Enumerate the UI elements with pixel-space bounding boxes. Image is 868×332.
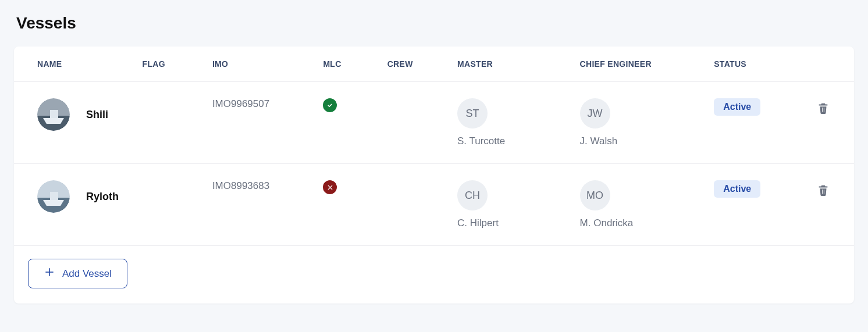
svg-rect-9 bbox=[50, 192, 58, 200]
chief-engineer-avatar: JW bbox=[580, 98, 610, 128]
column-header-name: NAME bbox=[14, 47, 131, 82]
trash-icon bbox=[817, 184, 830, 197]
master-name: C. Hilpert bbox=[457, 217, 557, 229]
table-footer: Add Vessel bbox=[14, 246, 854, 304]
column-header-master: MASTER bbox=[446, 47, 568, 82]
add-vessel-button[interactable]: Add Vessel bbox=[28, 259, 127, 288]
vessels-table: NAME FLAG IMO MLC CREW MASTER CHIEF ENGI… bbox=[14, 47, 854, 246]
trash-icon bbox=[817, 102, 830, 115]
crew-cell bbox=[376, 164, 446, 246]
x-circle-icon bbox=[323, 180, 337, 194]
vessel-name: Shili bbox=[86, 109, 108, 121]
column-header-flag: FLAG bbox=[131, 47, 201, 82]
flag-cell bbox=[131, 164, 201, 246]
table-row[interactable]: RylothIMO8993683CHC. HilpertMOM. Ondrick… bbox=[14, 164, 854, 246]
page-title: Vessels bbox=[14, 14, 854, 33]
column-header-chief-engineer: CHIEF ENGINEER bbox=[568, 47, 703, 82]
column-header-status: STATUS bbox=[702, 47, 801, 82]
master-name: S. Turcotte bbox=[457, 135, 557, 147]
crew-cell bbox=[376, 82, 446, 164]
vessel-avatar bbox=[37, 180, 70, 213]
table-row[interactable]: ShiliIMO9969507STS. TurcotteJWJ. WalshAc… bbox=[14, 82, 854, 164]
imo-number: IMO9969507 bbox=[212, 98, 269, 109]
chief-engineer-name: M. Ondricka bbox=[580, 217, 691, 229]
column-header-mlc: MLC bbox=[311, 47, 375, 82]
status-badge: Active bbox=[714, 180, 760, 198]
vessel-name: Ryloth bbox=[86, 191, 119, 203]
svg-marker-8 bbox=[43, 200, 64, 206]
vessel-avatar bbox=[37, 98, 70, 131]
column-header-crew: CREW bbox=[376, 47, 446, 82]
imo-number: IMO8993683 bbox=[212, 180, 269, 191]
plus-icon bbox=[44, 266, 55, 281]
status-badge: Active bbox=[714, 98, 760, 116]
add-vessel-label: Add Vessel bbox=[62, 268, 112, 280]
delete-button[interactable] bbox=[813, 180, 833, 200]
flag-cell bbox=[131, 82, 201, 164]
chief-engineer-avatar: MO bbox=[580, 180, 610, 210]
master-avatar: ST bbox=[457, 98, 488, 128]
svg-rect-4 bbox=[50, 110, 58, 118]
chief-engineer-name: J. Walsh bbox=[580, 135, 691, 147]
column-header-imo: IMO bbox=[201, 47, 312, 82]
master-avatar: CH bbox=[457, 180, 488, 210]
delete-button[interactable] bbox=[813, 98, 833, 118]
check-circle-icon bbox=[323, 98, 337, 112]
vessels-card: NAME FLAG IMO MLC CREW MASTER CHIEF ENGI… bbox=[14, 47, 854, 304]
svg-marker-3 bbox=[43, 118, 64, 124]
column-header-actions bbox=[802, 47, 854, 82]
